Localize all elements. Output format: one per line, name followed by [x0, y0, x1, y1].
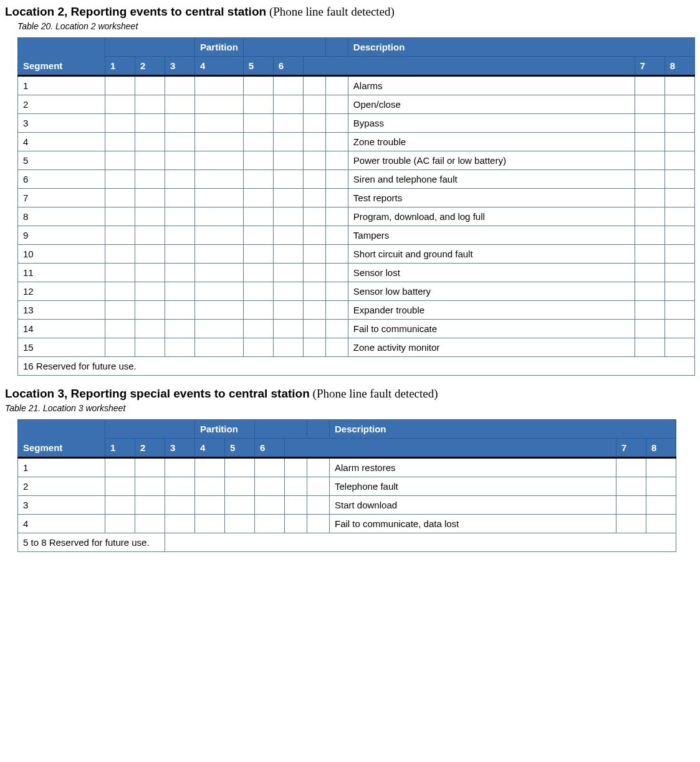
cell-partition[interactable]	[165, 282, 195, 301]
cell-partition[interactable]	[105, 114, 135, 133]
cell-partition[interactable]	[135, 282, 165, 301]
cell-partition[interactable]	[273, 320, 303, 338]
cell-partition[interactable]	[635, 114, 664, 133]
cell-partition[interactable]	[303, 245, 325, 264]
cell-partition[interactable]	[664, 133, 694, 151]
cell-partition[interactable]	[635, 207, 664, 226]
cell-partition[interactable]	[325, 189, 348, 207]
cell-partition[interactable]	[273, 207, 303, 226]
cell-partition[interactable]	[255, 477, 285, 496]
cell-partition[interactable]	[105, 458, 135, 477]
cell-partition[interactable]	[635, 133, 664, 151]
cell-partition[interactable]	[273, 226, 303, 245]
cell-partition[interactable]	[303, 95, 325, 114]
cell-partition[interactable]	[255, 496, 285, 515]
cell-partition[interactable]	[635, 95, 664, 114]
cell-partition[interactable]	[165, 264, 195, 282]
cell-partition[interactable]	[165, 496, 195, 515]
cell-partition[interactable]	[303, 189, 325, 207]
cell-partition[interactable]	[135, 151, 165, 170]
cell-partition[interactable]	[303, 133, 325, 151]
cell-partition[interactable]	[165, 151, 195, 170]
cell-partition[interactable]	[325, 338, 348, 357]
cell-partition[interactable]	[325, 282, 348, 301]
cell-partition[interactable]	[105, 515, 135, 533]
cell-partition[interactable]	[273, 95, 303, 114]
cell-partition[interactable]	[664, 245, 694, 264]
cell-partition[interactable]	[135, 226, 165, 245]
cell-partition[interactable]	[273, 245, 303, 264]
cell-partition[interactable]	[195, 338, 244, 357]
cell-partition[interactable]	[664, 320, 694, 338]
cell-partition[interactable]	[135, 95, 165, 114]
cell-partition[interactable]	[285, 477, 307, 496]
cell-partition[interactable]	[325, 133, 348, 151]
cell-partition[interactable]	[195, 95, 244, 114]
cell-partition[interactable]	[635, 226, 664, 245]
cell-partition[interactable]	[165, 301, 195, 320]
cell-partition[interactable]	[325, 245, 348, 264]
cell-partition[interactable]	[195, 151, 244, 170]
cell-partition[interactable]	[105, 245, 135, 264]
cell-partition[interactable]	[325, 95, 348, 114]
cell-partition[interactable]	[195, 458, 225, 477]
cell-partition[interactable]	[195, 189, 244, 207]
cell-partition[interactable]	[165, 320, 195, 338]
cell-partition[interactable]	[105, 76, 135, 95]
cell-partition[interactable]	[243, 133, 273, 151]
cell-partition[interactable]	[135, 301, 165, 320]
cell-partition[interactable]	[285, 458, 307, 477]
cell-partition[interactable]	[135, 477, 165, 496]
cell-partition[interactable]	[635, 301, 664, 320]
cell-partition[interactable]	[616, 477, 646, 496]
cell-partition[interactable]	[135, 320, 165, 338]
cell-partition[interactable]	[303, 301, 325, 320]
cell-partition[interactable]	[165, 133, 195, 151]
cell-partition[interactable]	[255, 458, 285, 477]
cell-partition[interactable]	[135, 245, 165, 264]
cell-partition[interactable]	[225, 477, 255, 496]
cell-partition[interactable]	[285, 515, 307, 533]
cell-partition[interactable]	[646, 477, 676, 496]
cell-partition[interactable]	[105, 207, 135, 226]
cell-partition[interactable]	[243, 170, 273, 189]
cell-partition[interactable]	[105, 320, 135, 338]
cell-partition[interactable]	[635, 320, 664, 338]
cell-partition[interactable]	[165, 76, 195, 95]
cell-partition[interactable]	[105, 282, 135, 301]
cell-partition[interactable]	[105, 133, 135, 151]
cell-partition[interactable]	[195, 477, 225, 496]
cell-partition[interactable]	[225, 458, 255, 477]
cell-partition[interactable]	[307, 477, 330, 496]
cell-partition[interactable]	[105, 95, 135, 114]
cell-partition[interactable]	[635, 170, 664, 189]
cell-partition[interactable]	[303, 207, 325, 226]
cell-partition[interactable]	[664, 226, 694, 245]
cell-partition[interactable]	[635, 338, 664, 357]
cell-partition[interactable]	[165, 338, 195, 357]
cell-partition[interactable]	[105, 151, 135, 170]
cell-partition[interactable]	[635, 264, 664, 282]
cell-partition[interactable]	[135, 207, 165, 226]
cell-partition[interactable]	[165, 226, 195, 245]
cell-partition[interactable]	[664, 95, 694, 114]
cell-partition[interactable]	[195, 170, 244, 189]
cell-partition[interactable]	[616, 515, 646, 533]
cell-partition[interactable]	[307, 458, 330, 477]
cell-partition[interactable]	[105, 264, 135, 282]
cell-partition[interactable]	[165, 458, 195, 477]
cell-partition[interactable]	[195, 76, 244, 95]
cell-partition[interactable]	[165, 189, 195, 207]
cell-partition[interactable]	[273, 338, 303, 357]
cell-partition[interactable]	[664, 189, 694, 207]
cell-partition[interactable]	[635, 189, 664, 207]
cell-partition[interactable]	[135, 515, 165, 533]
cell-partition[interactable]	[195, 496, 225, 515]
cell-partition[interactable]	[664, 338, 694, 357]
cell-partition[interactable]	[135, 170, 165, 189]
cell-partition[interactable]	[195, 207, 244, 226]
cell-partition[interactable]	[243, 76, 273, 95]
cell-partition[interactable]	[285, 496, 307, 515]
cell-partition[interactable]	[303, 170, 325, 189]
cell-partition[interactable]	[325, 151, 348, 170]
